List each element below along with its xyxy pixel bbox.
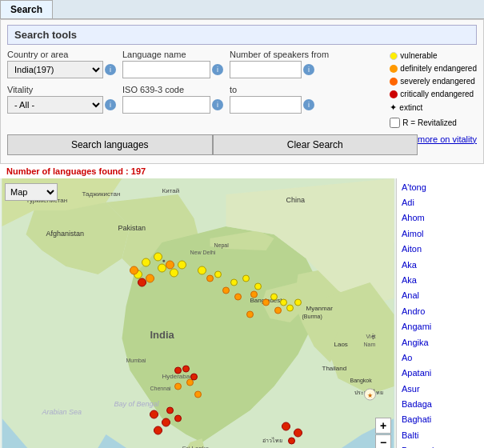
speakers-from-label: Number of speakers from xyxy=(230,50,329,59)
svg-point-80 xyxy=(183,366,190,372)
vitality-info-icon[interactable]: i xyxy=(105,99,116,110)
map-container[interactable]: Afghanistan Pakistan Туркменистан Таджик… xyxy=(0,178,396,448)
svg-point-60 xyxy=(166,261,174,269)
svg-point-73 xyxy=(162,418,170,426)
vitality-select[interactable]: - All - xyxy=(7,96,103,114)
list-item[interactable]: Angika xyxy=(397,335,484,350)
svg-text:Afghanistan: Afghanistan xyxy=(46,230,85,238)
country-select[interactable]: India(197) xyxy=(7,61,103,78)
list-item[interactable]: Balti xyxy=(397,428,484,443)
svg-text:Việt: Việt xyxy=(366,334,376,340)
iso-info-icon[interactable]: i xyxy=(212,99,223,110)
svg-point-58 xyxy=(130,266,138,274)
svg-point-75 xyxy=(167,407,174,414)
svg-point-64 xyxy=(251,291,258,298)
svg-point-50 xyxy=(215,271,222,278)
svg-point-49 xyxy=(198,266,206,274)
svg-point-52 xyxy=(243,275,250,282)
speakers-to-label: to xyxy=(230,85,314,94)
list-item[interactable]: Ao xyxy=(397,350,484,366)
clear-button[interactable]: Clear Search xyxy=(213,134,418,155)
language-name-label: Language name xyxy=(122,50,223,59)
svg-text:New Delhi: New Delhi xyxy=(190,250,216,255)
more-vitality-link[interactable]: more on vitality xyxy=(418,134,477,155)
main-content: Afghanistan Pakistan Туркменистан Таджик… xyxy=(0,178,484,448)
svg-text:Китай: Китай xyxy=(162,187,180,194)
extinct-label: extinct xyxy=(399,102,422,114)
svg-point-79 xyxy=(289,438,295,444)
language-name-input[interactable] xyxy=(122,61,210,78)
svg-point-66 xyxy=(275,307,282,314)
list-item[interactable]: Baghati xyxy=(397,412,484,427)
svg-text:Sri Lanka: Sri Lanka xyxy=(182,445,210,448)
speakers-to-info-icon[interactable]: i xyxy=(303,99,314,110)
svg-point-71 xyxy=(138,278,146,286)
results-count: Number of languages found : 197 xyxy=(0,164,484,178)
search-tools-panel: Search tools Country or area India(197) … xyxy=(0,19,484,164)
svg-point-68 xyxy=(175,383,182,390)
svg-text:Mumbai: Mumbai xyxy=(126,358,146,363)
svg-point-46 xyxy=(154,253,162,261)
svg-point-59 xyxy=(146,274,154,282)
svg-point-77 xyxy=(282,422,290,430)
list-item[interactable]: Ahom xyxy=(397,210,484,226)
svg-text:China: China xyxy=(286,196,306,204)
definitely-label: definitely endangered xyxy=(400,62,477,75)
svg-point-51 xyxy=(231,279,238,286)
list-item[interactable]: Asur xyxy=(397,382,484,397)
svg-point-53 xyxy=(255,283,262,290)
svg-text:●: ● xyxy=(162,258,166,263)
svg-point-62 xyxy=(223,287,230,294)
svg-text:Bangkok: Bangkok xyxy=(350,378,373,384)
svg-point-44 xyxy=(158,264,166,272)
speakers-from-info-icon[interactable]: i xyxy=(303,64,314,75)
speakers-to-input[interactable] xyxy=(230,96,302,114)
list-item[interactable]: Badaga xyxy=(397,397,484,412)
svg-text:India: India xyxy=(150,329,175,341)
iso-input[interactable] xyxy=(122,96,210,114)
svg-point-65 xyxy=(263,299,270,306)
search-button[interactable]: Search languages xyxy=(7,134,213,155)
list-item[interactable]: Anal xyxy=(397,288,484,303)
search-tab[interactable]: Search xyxy=(0,0,53,18)
list-item[interactable]: Angami xyxy=(397,319,484,334)
revitalized-checkbox[interactable] xyxy=(390,118,400,128)
list-item[interactable]: Andro xyxy=(397,304,484,319)
map-zoom-controls: + − xyxy=(375,418,391,448)
zoom-in-button[interactable]: + xyxy=(375,418,391,434)
svg-point-82 xyxy=(175,367,182,374)
map-type-selector[interactable]: Map Satellite xyxy=(5,183,58,201)
list-item[interactable]: Aka xyxy=(397,273,484,288)
list-item[interactable]: Bangani xyxy=(397,443,484,448)
list-item[interactable]: Aimol xyxy=(397,226,484,242)
list-item[interactable]: Adi xyxy=(397,195,484,210)
zoom-out-button[interactable]: − xyxy=(375,434,391,448)
svg-point-47 xyxy=(170,269,178,277)
list-item[interactable]: Aiton xyxy=(397,242,484,257)
revitalized-label: R = Revitalized xyxy=(402,117,457,130)
language-name-info-icon[interactable]: i xyxy=(212,64,223,75)
map-type-select[interactable]: Map Satellite xyxy=(5,183,58,201)
svg-point-72 xyxy=(150,410,158,418)
svg-text:Bay of Bengal: Bay of Bengal xyxy=(114,400,160,408)
svg-text:Pakistan: Pakistan xyxy=(118,224,146,232)
definitely-dot xyxy=(390,65,398,73)
svg-text:Myanmar: Myanmar xyxy=(306,305,334,312)
svg-point-78 xyxy=(294,429,302,437)
svg-text:★: ★ xyxy=(367,392,373,399)
svg-text:Таджикистан: Таджикистан xyxy=(82,190,121,198)
speakers-from-input[interactable] xyxy=(230,61,302,78)
country-info-icon[interactable]: i xyxy=(105,64,116,75)
critically-dot xyxy=(390,90,398,98)
list-item[interactable]: A'tong xyxy=(397,180,484,195)
vulnerable-dot xyxy=(390,52,398,60)
list-item[interactable]: Aka xyxy=(397,258,484,273)
list-item[interactable]: Apatani xyxy=(397,366,484,381)
language-list: A'tongAdiAhomAimolAitonAkaAkaAnalAndroAn… xyxy=(396,178,484,448)
svg-text:อ่าวไทย: อ่าวไทย xyxy=(262,437,282,443)
svg-point-63 xyxy=(235,294,242,300)
critically-label: critically endangered xyxy=(400,88,474,101)
vitality-label: Vitality xyxy=(7,85,116,94)
svg-text:Arabian Sea: Arabian Sea xyxy=(42,408,82,416)
svg-text:Thailand: Thailand xyxy=(322,365,347,372)
